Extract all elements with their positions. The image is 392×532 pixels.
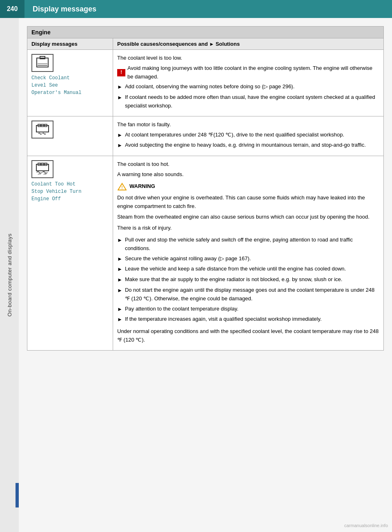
bullet-arrow-icon: ► [117, 94, 122, 102]
col-header-causes: Possible causes/consequences and ► Solut… [113, 38, 384, 50]
bullet-text: Secure the vehicle against rolling away … [125, 255, 379, 263]
bullet-text: At coolant temperatures under 248 ℉ (120… [125, 131, 379, 139]
bullet-text: If the temperature increases again, visi… [125, 315, 379, 324]
causes-cell-1: The coolant level is too low. ! Avoid ma… [113, 50, 384, 116]
sidebar-indicator [16, 483, 19, 507]
bullet-text: Pull over and stop the vehicle safely an… [125, 236, 379, 253]
bullet-text: Leave the vehicle and keep a safe distan… [125, 265, 379, 273]
bullet-item: ► If coolant needs to be added more ofte… [117, 93, 379, 110]
bullet-arrow-icon: ► [117, 236, 122, 245]
causes-intro-2: The fan motor is faulty. [117, 121, 379, 129]
bullet-arrow-icon: ► [117, 131, 122, 140]
watermark: carmanualsonline.info [344, 523, 388, 528]
display-cell-1: Check CoolantLevel SeeOperator's Manual [27, 50, 113, 116]
column-header-row: Display messages Possible causes/consequ… [27, 38, 384, 50]
warning-inline-1: ! Avoid making long journeys with too li… [117, 64, 379, 81]
engine-table: Engine Display messages Possible causes/… [27, 26, 384, 351]
bullet-text: If coolant needs to be added more often … [125, 93, 379, 110]
table-row: Check CoolantLevel SeeOperator's Manual … [27, 50, 384, 116]
warning-triangle-icon: ! [117, 182, 127, 191]
content-area: On-board computer and displays Engine Di… [0, 18, 392, 532]
causes-intro-3b: A warning tone also sounds. [117, 170, 379, 179]
section-header: Engine [27, 27, 384, 38]
page: 240 Display messages On-board computer a… [0, 0, 392, 532]
bullet-item: ► At coolant temperatures under 248 ℉ (1… [117, 131, 379, 140]
coolant-level-svg [34, 56, 51, 70]
table-row: The fan motor is faulty. ► At coolant te… [27, 116, 384, 156]
bullet-item: ► Pull over and stop the vehicle safely … [117, 236, 379, 253]
warning-text-3: There is a risk of injury. [117, 224, 379, 232]
page-number: 240 [0, 0, 24, 18]
warning-label: WARNING [129, 182, 155, 191]
page-title: Display messages [24, 5, 96, 13]
bullet-arrow-icon: ► [117, 315, 122, 324]
bullet-item: ► Avoid subjecting the engine to heavy l… [117, 141, 379, 150]
warning-text-1: Do not drive when your engine is overhea… [117, 194, 379, 211]
display-text-3: Coolant Too HotStop Vehicle TurnEngine O… [31, 181, 109, 203]
bullet-text: Add coolant, observing the warning notes… [125, 83, 379, 91]
header-bar: 240 Display messages [0, 0, 392, 18]
fan-motor-svg [34, 122, 51, 137]
bullet-arrow-icon: ► [117, 276, 122, 284]
bullet-text: Pay attention to the coolant temperature… [125, 305, 379, 313]
causes-intro-3a: The coolant is too hot. [117, 160, 379, 169]
causes-cell-2: The fan motor is faulty. ► At coolant te… [113, 116, 384, 156]
bullet-arrow-icon: ► [117, 286, 122, 295]
fan-motor-icon [31, 121, 53, 139]
bullet-text: Avoid subjecting the engine to heavy loa… [125, 141, 379, 150]
bullet-text: Do not start the engine again until the … [125, 286, 379, 303]
coolant-hot-icon [31, 160, 53, 178]
causes-intro-1: The coolant level is too low. [117, 54, 379, 63]
main-content: Engine Display messages Possible causes/… [19, 18, 392, 532]
bullet-arrow-icon: ► [117, 305, 122, 314]
bullet-arrow-icon: ► [117, 83, 122, 92]
causes-cell-3: The coolant is too hot. A warning tone a… [113, 156, 384, 351]
bullet-item: ► Add coolant, observing the warning not… [117, 83, 379, 92]
bullet-item: ► Leave the vehicle and keep a safe dist… [117, 265, 379, 274]
warning-exclamation-icon: ! [117, 69, 125, 76]
coolant-hot-svg [34, 162, 51, 177]
table-row: Coolant Too HotStop Vehicle TurnEngine O… [27, 156, 384, 351]
warning-inline-text-1: Avoid making long journeys with too litt… [127, 64, 379, 81]
bullet-arrow-icon: ► [117, 255, 122, 264]
warning-block: ! WARNING [117, 182, 379, 191]
coolant-level-icon [31, 54, 53, 72]
footer-text: Under normal operating conditions and wi… [117, 327, 379, 344]
warning-text-2: Steam from the overheated engine can als… [117, 213, 379, 221]
bullet-arrow-icon: ► [117, 141, 122, 150]
bullet-item: ► Secure the vehicle against rolling awa… [117, 255, 379, 264]
bullet-item: ► Pay attention to the coolant temperatu… [117, 305, 379, 314]
sidebar: On-board computer and displays [0, 18, 19, 532]
display-cell-3: Coolant Too HotStop Vehicle TurnEngine O… [27, 156, 113, 351]
display-text-1: Check CoolantLevel SeeOperator's Manual [31, 74, 109, 96]
bullet-arrow-icon: ► [117, 265, 122, 274]
bullet-text: Make sure that the air supply to the eng… [125, 275, 379, 284]
bullet-item: ► Do not start the engine again until th… [117, 286, 379, 303]
sidebar-label: On-board computer and displays [7, 233, 13, 317]
col-header-display: Display messages [27, 38, 113, 50]
bullet-item: ► If the temperature increases again, vi… [117, 315, 379, 324]
display-cell-2 [27, 116, 113, 156]
bullet-item: ► Make sure that the air supply to the e… [117, 275, 379, 284]
sidebar-label-container: On-board computer and displays [0, 233, 19, 317]
svg-text:!: ! [121, 186, 122, 190]
